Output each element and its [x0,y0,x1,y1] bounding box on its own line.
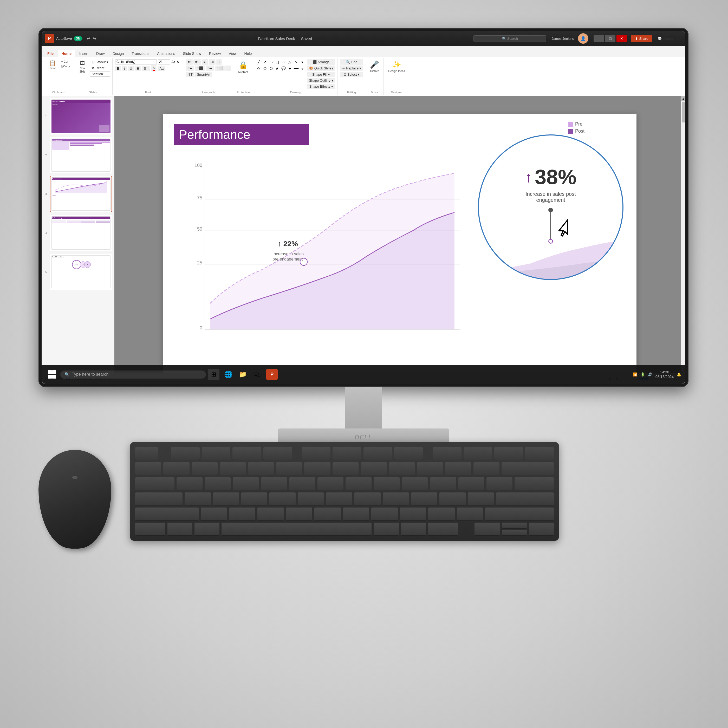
text-direction-button[interactable]: ⬆T [186,72,194,77]
taskbar-edge[interactable]: 🌐 [223,369,234,380]
tab-animations[interactable]: Animations [153,50,179,57]
key-m[interactable] [371,508,398,520]
key-k[interactable] [383,492,409,505]
key-4[interactable] [248,462,274,475]
slide-canvas[interactable]: Performance Pre Post [163,114,636,379]
key-lalt[interactable] [194,523,219,535]
key-n[interactable] [343,508,369,520]
key-w[interactable] [205,477,231,490]
tab-slideshow[interactable]: Slide Show [179,50,205,57]
key-1[interactable] [163,462,189,475]
key-p[interactable] [430,477,456,490]
shape-rounded-rect[interactable]: ▢ [275,59,280,65]
taskbar-task-view[interactable]: ⊞ [208,369,219,380]
tab-help[interactable]: Help [241,50,255,57]
key-8[interactable] [361,462,387,475]
shape-pentagon[interactable]: ⬠ [262,66,268,71]
shape-arrow[interactable]: ↗ [262,59,268,65]
key-f3[interactable] [232,447,261,460]
select-button[interactable]: ⊡ Select ▾ [340,72,363,77]
key-semi[interactable] [439,492,466,505]
slide-thumb-4[interactable]: 4 Sales history [50,215,112,251]
tab-design[interactable]: Design [109,50,128,57]
redo-icon[interactable]: ↪ [93,36,96,41]
align-right-button[interactable]: ≡➡ [206,66,214,71]
align-center-button[interactable]: ≡⬛ [195,66,205,71]
slide-thumb-5[interactable]: 5 Key Differentiators CRM AI ML [50,254,112,290]
key-period[interactable] [428,508,454,520]
key-lshift[interactable] [135,508,199,520]
font-size-input[interactable] [158,59,170,64]
key-y[interactable] [317,477,343,490]
replace-button[interactable]: ↔ Replace ▾ [340,66,363,71]
cut-button[interactable]: ✂ Cut [60,59,71,64]
key-f[interactable] [269,492,296,505]
vertical-scrollbar[interactable]: ▲ ▼ [681,96,685,384]
key-esc[interactable] [135,447,158,460]
maximize-button[interactable]: □ [605,35,615,42]
scroll-thumb[interactable] [682,102,685,122]
key-l[interactable] [411,492,437,505]
tab-file[interactable]: File [44,50,57,57]
key-e[interactable] [233,477,259,490]
shape-line[interactable]: ╱ [256,59,262,65]
key-6[interactable] [304,462,330,475]
taskbar-clock[interactable]: 14:30 08/15/2024 [655,370,674,379]
arrange-button[interactable]: ⬛ Arrange [307,59,335,65]
key-f11[interactable] [494,447,523,460]
taskbar-store[interactable]: 🛍 [252,369,263,380]
key-h[interactable] [326,492,352,505]
key-quote[interactable] [468,492,494,505]
comments-button[interactable]: 💬 Comments [655,35,682,42]
strikethrough-button[interactable]: S [135,66,141,71]
key-j[interactable] [354,492,381,505]
taskbar-powerpoint[interactable]: P [266,369,278,380]
key-comma[interactable] [400,508,426,520]
key-space[interactable] [222,523,372,535]
highlight-button[interactable]: Aa [158,66,165,71]
line-spacing-button[interactable]: ↕ [225,66,231,71]
smartart-button[interactable]: SmartArt [195,72,212,77]
key-r[interactable] [261,477,287,490]
key-f5[interactable] [302,447,330,460]
tab-draw[interactable]: Draw [93,50,109,57]
tab-home[interactable]: Home [58,50,75,57]
outdent-button[interactable]: ⇤ [202,59,208,65]
paste-button[interactable]: 📋 Paste [46,59,59,71]
shape-rect[interactable]: ▭ [268,59,274,65]
tab-view[interactable]: View [225,50,240,57]
share-button[interactable]: ⬆ Share [631,35,652,42]
shape-diamond[interactable]: ◇ [256,66,262,71]
undo-icon[interactable]: ↩ [87,36,90,41]
key-f8[interactable] [394,447,423,460]
key-equals[interactable] [473,462,499,475]
key-lwin[interactable] [167,523,193,535]
design-ideas-button[interactable]: ✨ Design Ideas [386,59,407,73]
key-s[interactable] [213,492,239,505]
copy-button[interactable]: ⎘ Copy [60,64,71,68]
key-x[interactable] [229,508,255,520]
key-fn[interactable] [401,523,426,535]
key-down[interactable] [502,530,527,535]
dictate-button[interactable]: 🎤 Dictate [368,59,381,73]
key-f1[interactable] [171,447,199,460]
key-0[interactable] [417,462,443,475]
key-g[interactable] [298,492,324,505]
shape-more[interactable]: ▾ [300,59,305,65]
italic-button[interactable]: I [122,66,127,71]
slide-thumb-1[interactable]: 1 Sales Proposal Fabrikam [50,98,112,135]
key-rbracket[interactable] [486,477,512,490]
key-t[interactable] [289,477,315,490]
key-right[interactable] [529,523,554,535]
key-f12[interactable] [525,447,554,460]
titlebar-search[interactable]: 🔍 Search [473,35,546,42]
underline-button[interactable]: U [128,66,134,71]
key-enter[interactable] [515,477,554,490]
bullets-button[interactable]: ≡• [186,59,193,65]
key-f4[interactable] [263,447,292,460]
font-color-button[interactable]: A [151,65,157,72]
taskbar-search[interactable]: 🔍 Type here to search [60,370,206,379]
layout-button[interactable]: ⊞ Layout ▾ [90,59,110,65]
key-tab[interactable] [135,477,174,490]
key-up[interactable] [502,523,527,529]
